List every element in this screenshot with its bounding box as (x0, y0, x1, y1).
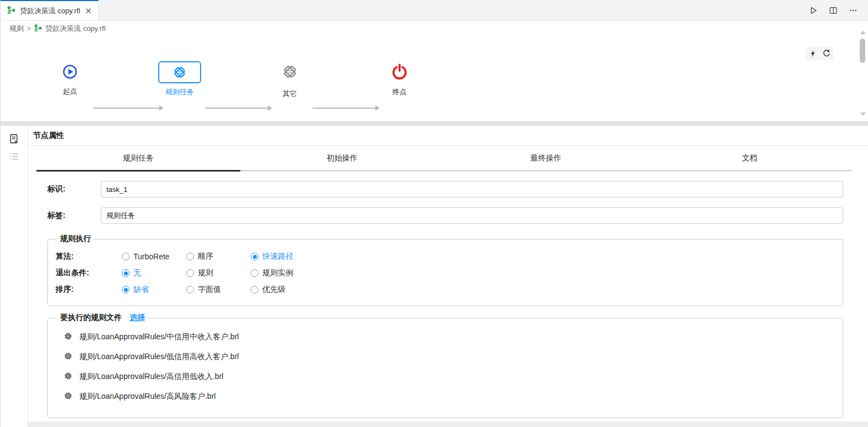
radio-literal[interactable]: 字面值 (186, 285, 251, 295)
scroll-down-icon[interactable] (860, 113, 866, 116)
refresh-icon[interactable] (820, 46, 833, 60)
rule-execution-legend: 规则执行 (60, 234, 91, 244)
exit-condition-row: 退出条件: 无 规则 规则实例 (56, 265, 835, 281)
editor-tab-title: 贷款决策流 copy.rfl (20, 6, 80, 16)
label-input[interactable] (101, 207, 843, 224)
flow-node-end[interactable]: 终点 (391, 63, 408, 97)
split-editor-icon[interactable] (827, 4, 839, 17)
ruleflow-file-icon (34, 24, 42, 34)
editor-actions (807, 0, 868, 20)
radio-label: 无 (133, 268, 141, 278)
properties-form: 标识: 标签: 规则执行 算法: TurboRete (28, 171, 868, 418)
radio-label: 规则 (198, 268, 213, 278)
panel-tabs: 规则任务 初始操作 最终操作 文档 (36, 146, 851, 171)
flow-node-other[interactable]: 其它 (279, 62, 300, 99)
radio-icon (122, 269, 130, 277)
rule-task-node-box (158, 61, 201, 83)
radio-sequential[interactable]: 顺序 (186, 252, 251, 261)
rule-file-path: 规则/LoanApprovalRules/中信用中收入客户.brl (79, 332, 239, 342)
properties-panel: 节点属性 规则任务 初始操作 最终操作 文档 标识: 标签: 规 (1, 126, 868, 427)
canvas-toolbar (806, 46, 833, 60)
rule-file-path: 规则/LoanApprovalRules/高风险客户.brl (79, 392, 215, 402)
flow-arrow (312, 108, 375, 109)
radio-icon (251, 286, 258, 293)
end-node-icon (391, 63, 408, 82)
radio-label: 缺省 (133, 285, 149, 295)
radio-icon (251, 269, 258, 277)
radio-rule[interactable]: 规则 (186, 268, 251, 278)
radio-label: 优先级 (262, 285, 285, 295)
rule-files-group: 要执行的规则文件 选择 规则/LoanAppro (47, 313, 843, 418)
node-properties-icon[interactable] (7, 131, 22, 146)
algorithm-row: 算法: TurboRete 顺序 快速路径 (56, 248, 835, 265)
radio-label: 字面值 (198, 285, 221, 295)
run-icon[interactable] (807, 4, 820, 17)
ordering-label: 排序: (56, 285, 122, 295)
panel-resize-handle[interactable] (1, 121, 868, 126)
breadcrumb-current[interactable]: 贷款决策流 copy.rfl (34, 24, 106, 34)
gear-icon (63, 371, 73, 382)
rule-file-row[interactable]: 规则/LoanApprovalRules/中信用中收入客户.brl (56, 327, 835, 347)
panel-side-toolbar (1, 126, 28, 427)
rule-file-row[interactable]: 规则/LoanApprovalRules/低信用高收入客户.brl (56, 347, 835, 367)
close-tab-icon[interactable] (84, 5, 93, 17)
start-node-icon (62, 64, 78, 82)
tab-document[interactable]: 文档 (648, 146, 851, 170)
ordering-row: 排序: 缺省 字面值 优先级 (56, 281, 835, 298)
id-field-label: 标识: (47, 184, 101, 194)
flow-arrow (205, 108, 268, 109)
node-label: 终点 (392, 87, 407, 97)
exit-condition-label: 退出条件: (56, 268, 122, 278)
id-input[interactable] (101, 181, 843, 198)
editor-tab-active[interactable]: 贷款决策流 copy.rfl (1, 0, 99, 20)
breadcrumb: 规则 > 贷款决策流 copy.rfl (1, 21, 868, 36)
radio-label: 顺序 (198, 252, 213, 261)
radio-priority[interactable]: 优先级 (251, 285, 285, 295)
radio-label: TurboRete (133, 252, 170, 261)
rule-files-section: 要执行的规则文件 选择 规则/LoanAppro (47, 313, 843, 418)
radio-none[interactable]: 无 (122, 268, 186, 278)
ruleflow-file-icon (7, 6, 16, 16)
tab-rule-task[interactable]: 规则任务 (36, 146, 240, 170)
gear-icon (63, 351, 73, 362)
radio-label: 快速路径 (262, 252, 293, 261)
radio-icon (186, 253, 194, 260)
label-field-row: 标签: (47, 207, 843, 224)
app-window: 贷款决策流 copy.rfl 规则 > (0, 0, 868, 427)
node-label: 其它 (283, 89, 297, 99)
breadcrumb-separator: > (27, 25, 31, 33)
algorithm-label: 算法: (56, 252, 122, 261)
rule-files-legend: 要执行的规则文件 (60, 313, 122, 323)
tab-initial-actions[interactable]: 初始操作 (240, 146, 444, 170)
radio-turborete[interactable]: TurboRete (122, 252, 186, 261)
radio-icon (122, 253, 130, 260)
flow-node-rule-task[interactable]: 规则任务 (158, 61, 201, 97)
select-files-link[interactable]: 选择 (130, 313, 145, 323)
panel-horizontal-scrollbar[interactable] (28, 421, 868, 427)
radio-fastpath[interactable]: 快速路径 (251, 252, 293, 261)
node-label: 起点 (63, 87, 77, 97)
other-node-icon (279, 62, 300, 84)
more-actions-icon[interactable] (847, 4, 859, 17)
gear-icon (63, 332, 73, 343)
flow-arrow (93, 108, 159, 109)
lightning-icon[interactable] (806, 46, 820, 60)
radio-icon (122, 286, 130, 293)
scrollbar-thumb[interactable] (860, 39, 865, 63)
radio-icon (186, 269, 194, 277)
radio-icon (251, 253, 258, 260)
scroll-up-icon[interactable] (860, 31, 866, 34)
radio-default[interactable]: 缺省 (122, 285, 186, 295)
rule-file-row[interactable]: 规则/LoanApprovalRules/高信用低收入.brl (56, 367, 835, 387)
label-field-label: 标签: (47, 211, 101, 221)
flow-canvas[interactable]: 起点 规则任务 (1, 36, 868, 121)
radio-rule-instance[interactable]: 规则实例 (251, 268, 293, 278)
breadcrumb-current-label: 贷款决策流 copy.rfl (45, 24, 106, 34)
tab-final-actions[interactable]: 最终操作 (444, 146, 648, 170)
panel-main: 节点属性 规则任务 初始操作 最终操作 文档 标识: 标签: 规 (28, 126, 868, 427)
gear-icon (63, 391, 73, 402)
breadcrumb-root[interactable]: 规则 (9, 24, 24, 34)
node-list-icon[interactable] (7, 149, 22, 163)
flow-node-start[interactable]: 起点 (62, 64, 78, 97)
rule-file-row[interactable]: 规则/LoanApprovalRules/高风险客户.brl (56, 387, 835, 407)
